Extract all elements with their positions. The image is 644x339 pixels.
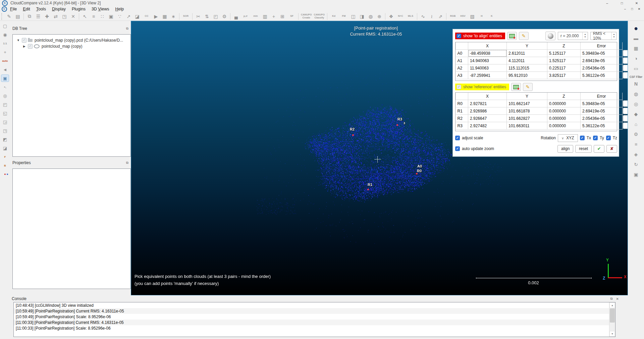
delete-point-A3-button[interactable]: ✘ xyxy=(623,72,628,79)
column-header-y[interactable]: Y xyxy=(507,93,547,100)
close-button[interactable]: ✕ xyxy=(629,0,644,6)
compute-normals-icon[interactable]: ↗ xyxy=(124,13,132,20)
visibility-checkbox[interactable]: ✓ xyxy=(28,44,33,49)
octree-icon[interactable]: ∗ xyxy=(169,13,177,20)
cell-R3-z[interactable]: 0.000000 xyxy=(547,122,581,130)
view-iso-1-icon[interactable]: ◩ xyxy=(1,136,9,143)
photo-tool-2-icon[interactable]: ◨ xyxy=(358,13,366,20)
h-cloud-tool-icon[interactable]: H xyxy=(477,13,486,20)
scrollbar-thumb[interactable] xyxy=(610,308,615,323)
scroll-down-icon[interactable]: ▼ xyxy=(609,331,615,337)
menu-help[interactable]: Help xyxy=(112,6,127,12)
cell-R0-rowhdr[interactable]: R0 xyxy=(456,100,468,107)
cell-A0-rowhdr[interactable]: A0 xyxy=(456,50,468,57)
normals-and-curvature-icon[interactable]: N+C xyxy=(396,13,405,20)
cell-A3-y[interactable]: 95.912010 xyxy=(507,72,547,79)
console-log[interactable]: [10:48:43] [ccGLWindow] 3D view initiali… xyxy=(13,302,615,337)
photo-tool-1-icon[interactable]: ◫ xyxy=(349,13,357,20)
cancel-registration-button[interactable]: ✘ xyxy=(606,145,617,153)
ramp-tool-icon[interactable]: ▧ xyxy=(468,13,476,20)
normal-tool-icon[interactable]: N xyxy=(632,80,640,88)
interactive-transformation-icon[interactable]: ⇅ xyxy=(203,13,211,20)
cell-A3-x[interactable]: -87.259941 xyxy=(468,72,507,79)
render-to-file-icon[interactable]: ▣ xyxy=(107,13,115,20)
stereo-mode-icon[interactable]: ● xyxy=(1,171,9,178)
mdi-system-icon[interactable]: C xyxy=(2,6,7,12)
statistics-icon[interactable]: μ,σ xyxy=(241,13,250,20)
delete-point-R1-button[interactable]: ✘ xyxy=(623,108,628,114)
mdi-close-button[interactable]: ✕ xyxy=(636,6,643,12)
menu-plugins[interactable]: Plugins xyxy=(69,6,89,12)
cell-A1-rowhdr[interactable]: A1 xyxy=(456,57,468,64)
sf-calculator-icon[interactable]: ⊞ xyxy=(278,13,286,20)
cell-A2-z[interactable]: 0.225117 xyxy=(547,64,581,72)
delete-point-A1-button[interactable]: ✘ xyxy=(623,57,628,64)
k-cloud-tool-icon[interactable]: K xyxy=(487,13,496,20)
edit-point-button[interactable]: ✎ xyxy=(519,32,529,40)
facet-tool-icon[interactable]: ◆ xyxy=(632,110,640,118)
mls-smoothing-icon[interactable]: MLS xyxy=(406,13,415,20)
delete-point-R0-button[interactable]: ✘ xyxy=(623,100,628,107)
expander-icon[interactable]: ▼ xyxy=(16,39,20,42)
min-distance-icon[interactable]: min xyxy=(251,13,260,20)
cell-A3-error[interactable]: 5.36122e-05 xyxy=(581,72,623,79)
cell-R3-error[interactable]: 5.36122e-05 xyxy=(581,122,623,130)
cell-A1-x[interactable]: 14.940063 xyxy=(468,57,507,64)
sphere-detection-button[interactable] xyxy=(545,32,555,40)
view-top-icon[interactable]: ◰ xyxy=(1,101,9,108)
hpr-tool-icon[interactable]: ◍ xyxy=(632,90,640,98)
reset-button[interactable]: reset xyxy=(575,145,592,153)
cell-R1-rowhdr[interactable]: R1 xyxy=(456,107,468,115)
half-sphere-tool-icon[interactable]: ◑ xyxy=(632,54,640,62)
cell-A2-error[interactable]: 2.05436e-05 xyxy=(581,64,623,72)
home-tool-icon[interactable]: ⌂ xyxy=(632,120,640,128)
target-tool-icon[interactable]: ◎ xyxy=(632,100,640,108)
ruler-tool-icon[interactable]: ▭ xyxy=(632,64,640,72)
column-header-error[interactable]: Error xyxy=(581,42,623,50)
console-scrollbar[interactable]: ▲ ▼ xyxy=(609,302,615,337)
mdi-minimize-button[interactable]: – xyxy=(622,6,629,12)
local-statistics-icon[interactable]: ▥ xyxy=(261,13,269,20)
menu-display[interactable]: Display xyxy=(49,6,69,12)
previous-camera-icon[interactable]: ◄ xyxy=(1,66,9,73)
cell-R2-z[interactable]: 0.000000 xyxy=(547,115,581,122)
cell-R2-x[interactable]: 2.926647 xyxy=(468,115,507,122)
layers-tool-icon[interactable]: ≡ xyxy=(632,140,640,148)
add-constant-sf-icon[interactable]: + xyxy=(270,13,278,20)
pick-entities-button[interactable] xyxy=(511,83,521,91)
spin-arrows-icon[interactable]: ▲▼ xyxy=(582,32,588,40)
cell-R2-y[interactable]: 101.662827 xyxy=(507,115,547,122)
menu-3d-views[interactable]: 3D Views xyxy=(89,6,112,12)
camera-settings-icon[interactable]: ◉ xyxy=(1,31,9,38)
zoom-fit-icon[interactable]: + xyxy=(1,48,9,56)
view-right-icon[interactable]: ◳ xyxy=(1,127,9,134)
view-front-icon[interactable]: F xyxy=(1,153,9,160)
marker-dot-R2[interactable] xyxy=(352,134,354,136)
radius-spinbox[interactable]: r = 20.000 ▲▼ xyxy=(558,32,588,40)
cloud-cloud-distance-icon[interactable]: CC xyxy=(142,13,151,20)
histogram-icon[interactable]: ▄ xyxy=(232,13,240,20)
rotation-combobox[interactable]: ∨ XYZ xyxy=(558,134,578,142)
menu-edit[interactable]: Edit xyxy=(20,6,33,12)
view-bottom-icon[interactable]: ◱ xyxy=(1,109,9,117)
plugin-puzzle-icon[interactable]: ❖ xyxy=(387,13,395,20)
segment-box-icon[interactable]: ◪ xyxy=(133,13,141,20)
spin-arrows-icon[interactable]: ▲▼ xyxy=(611,32,616,40)
menu-file[interactable]: File xyxy=(7,6,20,12)
cell-A0-x[interactable]: -88.459938 xyxy=(468,50,507,57)
delete-point-A0-button[interactable]: ✘ xyxy=(623,50,628,56)
cell-R3-y[interactable]: 101.663011 xyxy=(507,122,547,130)
edit-point-button[interactable]: ✎ xyxy=(523,83,533,91)
cell-A3-rowhdr[interactable]: A3 xyxy=(456,72,468,79)
maximize-button[interactable]: □ xyxy=(614,0,629,6)
toolbar-handle[interactable] xyxy=(1,13,3,20)
subsample-icon[interactable]: ∷ xyxy=(98,13,106,20)
scalar-field-icon[interactable]: SF xyxy=(287,13,297,20)
visibility-checkbox[interactable]: ✓ xyxy=(22,38,26,43)
cell-A1-error[interactable]: 2.69419e-05 xyxy=(581,57,623,64)
pick-rotation-center-icon[interactable]: +, xyxy=(1,83,9,91)
cell-R3-x[interactable]: 2.927482 xyxy=(468,122,507,130)
gear-tool-icon[interactable]: ⚙ xyxy=(632,130,640,138)
delete-icon[interactable]: ✕ xyxy=(69,13,77,20)
rotate-tool-icon[interactable]: ↻ xyxy=(632,160,640,168)
